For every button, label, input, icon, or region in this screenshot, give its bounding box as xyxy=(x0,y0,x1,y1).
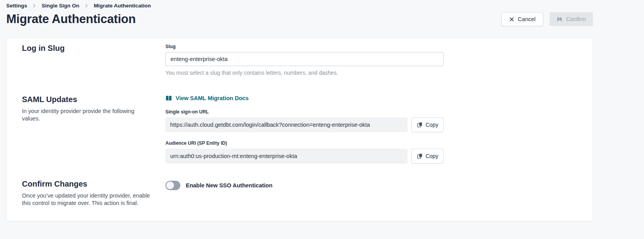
book-icon xyxy=(165,95,172,101)
section-saml-updates-left: SAML Updates In your identity provider p… xyxy=(22,95,165,164)
copy-icon xyxy=(417,153,423,159)
breadcrumb: Settings Single Sign On Migrate Authenti… xyxy=(6,0,593,9)
copy-button-label: Copy xyxy=(426,122,439,128)
sso-url-row: https://auth.cloud.getdbt.com/login/call… xyxy=(165,117,577,132)
cancel-button[interactable]: Cancel xyxy=(501,12,543,26)
page-header: Migrate Authentication Cancel Confirm xyxy=(6,12,593,26)
enable-sso-toggle[interactable] xyxy=(165,181,180,190)
chevron-right-icon xyxy=(32,4,36,8)
audience-uri-row: urn:auth0:us-production-mt:enteng-enterp… xyxy=(165,149,577,164)
cancel-button-label: Cancel xyxy=(518,16,535,22)
close-icon xyxy=(509,17,514,22)
copy-button-label: Copy xyxy=(426,153,439,159)
login-slug-heading: Log in Slug xyxy=(22,44,165,53)
view-saml-migration-docs-link[interactable]: View SAML Migration Docs xyxy=(165,95,249,101)
sso-toggle-row: Enable New SSO Authentication xyxy=(165,181,577,190)
view-saml-migration-docs-label: View SAML Migration Docs xyxy=(176,95,249,101)
save-icon xyxy=(557,16,562,22)
breadcrumb-item-single-sign-on[interactable]: Single Sign On xyxy=(42,3,79,9)
settings-card: Log in Slug Slug You must select a slug … xyxy=(6,38,593,221)
section-login-slug: Log in Slug Slug You must select a slug … xyxy=(7,44,593,76)
saml-updates-description: In your identity provider provide the fo… xyxy=(22,108,151,122)
copy-icon xyxy=(417,122,423,128)
copy-sso-url-button[interactable]: Copy xyxy=(411,117,444,132)
section-login-slug-right: Slug You must select a slug that only co… xyxy=(165,44,577,76)
slug-helper-text: You must select a slug that only contain… xyxy=(165,70,577,76)
section-saml-updates: SAML Updates In your identity provider p… xyxy=(7,95,593,164)
copy-audience-uri-button[interactable]: Copy xyxy=(411,149,444,164)
confirm-button[interactable]: Confirm xyxy=(550,12,593,26)
breadcrumb-item-migrate-authentication[interactable]: Migrate Authentication xyxy=(94,3,151,9)
chevron-right-icon xyxy=(84,4,89,8)
sso-url-field[interactable]: https://auth.cloud.getdbt.com/login/call… xyxy=(165,117,408,132)
confirm-changes-description: Once you’ve updated your identity provid… xyxy=(22,192,151,207)
audience-uri-label: Audience URI (SP Entity ID) xyxy=(165,140,577,146)
slug-label: Slug xyxy=(165,44,577,49)
header-actions: Cancel Confirm xyxy=(501,12,593,26)
toggle-knob xyxy=(166,181,174,189)
section-saml-updates-right: View SAML Migration Docs Single sign-on … xyxy=(165,95,577,164)
section-login-slug-left: Log in Slug xyxy=(22,44,165,76)
breadcrumb-item-settings[interactable]: Settings xyxy=(6,3,27,9)
slug-input[interactable] xyxy=(165,52,444,66)
sso-url-label: Single sign-on URL xyxy=(165,109,577,115)
page-title: Migrate Authentication xyxy=(6,12,136,26)
audience-uri-field[interactable]: urn:auth0:us-production-mt:enteng-enterp… xyxy=(165,149,408,164)
confirm-changes-heading: Confirm Changes xyxy=(22,180,165,189)
section-confirm-changes: Confirm Changes Once you’ve updated your… xyxy=(7,180,593,207)
page-content: Settings Single Sign On Migrate Authenti… xyxy=(6,0,593,221)
section-confirm-changes-right: Enable New SSO Authentication xyxy=(165,180,577,207)
saml-updates-heading: SAML Updates xyxy=(22,95,165,104)
section-confirm-changes-left: Confirm Changes Once you’ve updated your… xyxy=(22,180,165,207)
enable-sso-toggle-label: Enable New SSO Authentication xyxy=(186,182,272,189)
confirm-button-label: Confirm xyxy=(566,16,586,22)
